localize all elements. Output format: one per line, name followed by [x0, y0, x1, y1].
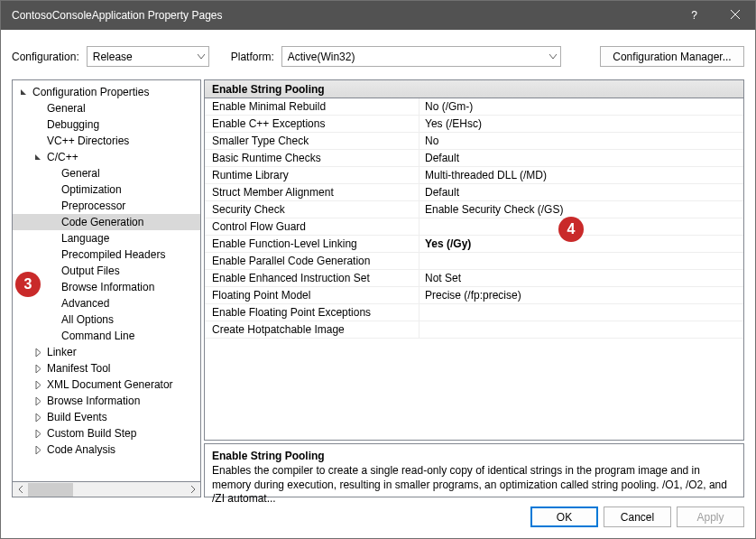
scroll-left-button[interactable]	[13, 483, 28, 497]
property-value[interactable]: Multi-threaded DLL (/MD)	[419, 167, 743, 183]
property-row[interactable]: Floating Point ModelPrecise (/fp:precise…	[205, 287, 743, 304]
property-value[interactable]: Enable Security Check (/GS)	[419, 201, 743, 218]
tree-panel: Configuration PropertiesGeneralDebugging…	[12, 79, 201, 497]
main-content: Configuration PropertiesGeneralDebugging…	[1, 79, 755, 497]
help-button[interactable]: ?	[674, 1, 715, 30]
property-row[interactable]: Enable Parallel Code Generation	[205, 253, 743, 270]
tree-item[interactable]: Precompiled Headers	[13, 246, 200, 263]
expander-closed-icon[interactable]	[32, 412, 43, 423]
expander-closed-icon[interactable]	[32, 444, 43, 455]
expander-closed-icon[interactable]	[32, 363, 43, 374]
expander-closed-icon[interactable]	[32, 428, 43, 439]
tree-item[interactable]: All Options	[13, 311, 200, 328]
tree-item-label: Linker	[47, 346, 77, 358]
tree-item[interactable]: General	[13, 100, 200, 116]
property-name: Floating Point Model	[205, 287, 419, 303]
tree-item-label: Optimization	[61, 183, 122, 196]
tree-item-label: Command Line	[61, 330, 134, 342]
property-value[interactable]: Precise (/fp:precise)	[419, 287, 743, 303]
callout-badge-4: 4	[558, 217, 584, 242]
tree-item[interactable]: C/C++	[13, 149, 200, 165]
property-row[interactable]: Smaller Type CheckNo	[205, 133, 743, 150]
tree-item[interactable]: Language	[13, 230, 200, 246]
tree-item[interactable]: Browse Information	[13, 393, 200, 409]
tree-item[interactable]: Command Line	[13, 328, 200, 344]
tree-item-label: Language	[61, 232, 109, 245]
grid-header: Enable String Pooling	[205, 80, 743, 98]
tree-item-label: Browse Information	[47, 395, 140, 407]
tree-item[interactable]: Build Events	[13, 409, 200, 425]
property-row[interactable]: Enable Function-Level LinkingYes (/Gy)	[205, 236, 743, 253]
tree-item[interactable]: Browse Information	[13, 279, 200, 295]
apply-button: Apply	[677, 506, 744, 527]
configuration-manager-label: Configuration Manager...	[613, 51, 731, 63]
tree-item[interactable]: Manifest Tool	[13, 360, 200, 376]
tree-item-label: C/C++	[47, 151, 78, 163]
tree-item[interactable]: XML Document Generator	[13, 376, 200, 393]
expander-closed-icon[interactable]	[32, 347, 43, 358]
cancel-button[interactable]: Cancel	[604, 506, 671, 527]
tree-item[interactable]: Optimization	[13, 181, 200, 198]
tree-item[interactable]: Custom Build Step	[13, 425, 200, 441]
property-value[interactable]: Not Set	[419, 270, 743, 286]
tree-item-label: Debugging	[47, 118, 99, 131]
expander-open-icon[interactable]	[32, 152, 43, 163]
tree-item[interactable]: General	[13, 165, 200, 181]
scroll-right-button[interactable]	[185, 483, 200, 497]
tree-item[interactable]: Preprocessor	[13, 198, 200, 214]
tree-item-label: Configuration Properties	[32, 86, 149, 98]
tree-item[interactable]: Code Analysis	[13, 441, 200, 458]
scroll-track[interactable]	[28, 483, 185, 497]
tree-item[interactable]: Configuration Properties	[13, 84, 200, 100]
property-row[interactable]: Control Flow Guard	[205, 218, 743, 236]
tree-item-label: VC++ Directories	[47, 135, 129, 147]
config-toolbar: Configuration: Release Platform: Active(…	[1, 30, 755, 79]
horizontal-scrollbar[interactable]	[12, 482, 201, 497]
property-row[interactable]: Basic Runtime ChecksDefault	[205, 150, 743, 167]
help-icon: ?	[691, 9, 697, 22]
property-row[interactable]: Enable Enhanced Instruction SetNot Set	[205, 270, 743, 287]
property-value[interactable]	[419, 321, 743, 338]
property-name: Control Flow Guard	[205, 218, 419, 235]
property-row[interactable]: Enable Minimal RebuildNo (/Gm-)	[205, 98, 743, 116]
tree-item[interactable]: Linker	[13, 344, 200, 360]
property-row[interactable]: Create Hotpatchable Image	[205, 321, 743, 339]
platform-dropdown[interactable]: Active(Win32)	[281, 46, 561, 67]
ok-button[interactable]: OK	[530, 506, 598, 527]
property-value[interactable]: No	[419, 133, 743, 149]
property-value[interactable]	[419, 253, 743, 269]
window-title: ContosoConsoleApplication Property Pages	[12, 9, 674, 22]
property-value[interactable]: Default	[419, 150, 743, 166]
expander-closed-icon[interactable]	[32, 395, 43, 406]
tree-item[interactable]: Advanced	[13, 295, 200, 311]
tree-item-label: Advanced	[61, 297, 109, 310]
property-name: Runtime Library	[205, 167, 419, 183]
tree-item-label: Output Files	[61, 265, 120, 277]
property-name: Security Check	[205, 201, 419, 218]
expander-open-icon[interactable]	[18, 87, 29, 98]
property-value[interactable]	[419, 304, 743, 321]
tree-item-label: All Options	[61, 313, 114, 326]
tree-item[interactable]: Output Files	[13, 263, 200, 279]
platform-label: Platform:	[231, 51, 274, 63]
expander-closed-icon[interactable]	[32, 379, 43, 390]
property-pages-dialog: ContosoConsoleApplication Property Pages…	[0, 0, 756, 539]
tree-item-label: Code Analysis	[47, 443, 115, 456]
property-row[interactable]: Enable Floating Point Exceptions	[205, 304, 743, 321]
tree-item[interactable]: VC++ Directories	[13, 133, 200, 149]
property-value[interactable]: No (/Gm-)	[419, 98, 743, 115]
property-value[interactable]: Yes (/EHsc)	[419, 116, 743, 132]
property-row[interactable]: Struct Member AlignmentDefault	[205, 184, 743, 201]
description-panel: Enable String Pooling Enables the compil…	[204, 443, 744, 497]
property-row[interactable]: Security CheckEnable Security Check (/GS…	[205, 201, 743, 218]
property-row[interactable]: Runtime LibraryMulti-threaded DLL (/MD)	[205, 167, 743, 184]
property-value[interactable]: Default	[419, 184, 743, 200]
property-value[interactable]: Yes (/Gy)	[419, 236, 743, 252]
tree-item[interactable]: Debugging	[13, 116, 200, 133]
tree-item[interactable]: Code Generation	[13, 214, 200, 230]
scroll-thumb[interactable]	[28, 483, 73, 497]
close-button[interactable]	[715, 1, 755, 30]
configuration-manager-button[interactable]: Configuration Manager...	[600, 46, 744, 67]
configuration-dropdown[interactable]: Release	[87, 46, 209, 67]
property-row[interactable]: Enable C++ ExceptionsYes (/EHsc)	[205, 116, 743, 133]
